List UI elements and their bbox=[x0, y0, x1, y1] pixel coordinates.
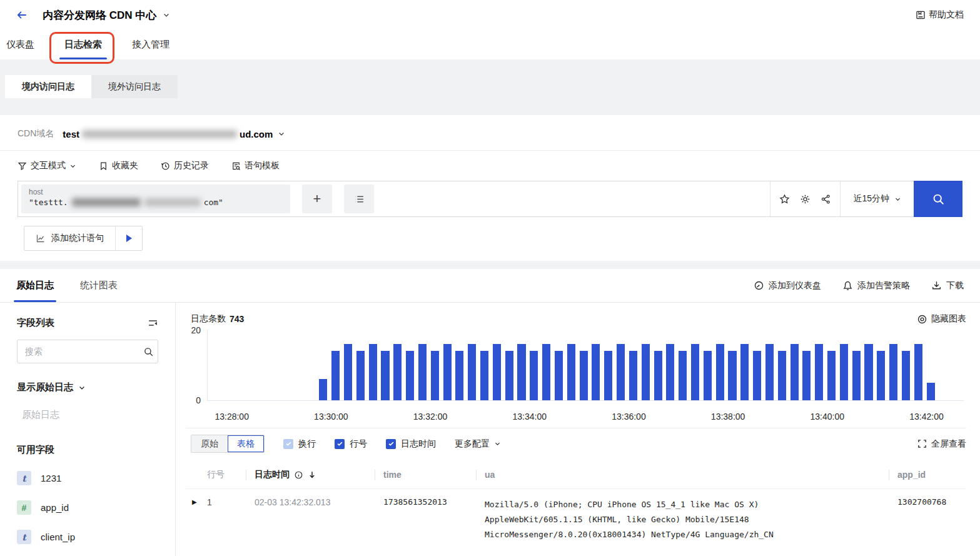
chart-bar bbox=[480, 351, 488, 400]
add-alarm-policy-button[interactable]: 添加告警策略 bbox=[842, 280, 910, 291]
chart-bar bbox=[654, 351, 662, 400]
chart-bar bbox=[666, 344, 674, 400]
field-list-sidebar: 字段列表 显示原始日志 原始日志 bbox=[0, 303, 176, 556]
chart-bar bbox=[864, 344, 872, 400]
info-icon[interactable] bbox=[294, 470, 303, 480]
add-statistics-statement-button[interactable]: 添加统计语句 bbox=[24, 226, 143, 251]
add-condition-button[interactable]: + bbox=[302, 184, 332, 213]
app-header: 内容分发网络 CDN 中心 帮助文档 bbox=[0, 0, 980, 30]
field-list-title: 字段列表 bbox=[17, 317, 54, 329]
cdn-domain-select[interactable]: test ud.com bbox=[63, 129, 285, 139]
wrap-checkbox[interactable] bbox=[283, 439, 293, 449]
tab-raw-logs[interactable]: 原始日志 bbox=[16, 269, 54, 302]
query-condition-chip[interactable]: host "testtt. com" bbox=[21, 184, 290, 213]
funnel-icon bbox=[18, 161, 27, 171]
statement-template-button[interactable]: 语句模板 bbox=[231, 160, 280, 171]
collapse-panel-icon[interactable] bbox=[148, 318, 158, 328]
chart-bar bbox=[431, 351, 439, 400]
chart-bar bbox=[629, 351, 637, 400]
chevron-down-icon[interactable] bbox=[163, 11, 170, 19]
x-tick-label: 13:40:00 bbox=[811, 412, 845, 422]
lineno-checkbox[interactable] bbox=[335, 439, 345, 449]
field-search-box bbox=[17, 340, 158, 363]
chevron-down-icon bbox=[278, 130, 285, 138]
search-icon bbox=[932, 193, 945, 206]
tab-statistics-chart[interactable]: 统计图表 bbox=[80, 269, 118, 302]
history-clock-icon bbox=[161, 161, 170, 171]
time-range-select[interactable]: 近15分钟 bbox=[840, 181, 914, 216]
search-icon[interactable] bbox=[143, 346, 154, 357]
chart-bar bbox=[642, 344, 650, 400]
show-raw-logs-toggle[interactable]: 显示原始日志 bbox=[17, 382, 158, 393]
query-row: host "testtt. com" + bbox=[18, 181, 962, 217]
search-button[interactable] bbox=[914, 181, 962, 217]
interact-mode-button[interactable]: 交互模式 bbox=[18, 160, 76, 171]
chart-bar bbox=[852, 351, 861, 400]
star-icon[interactable] bbox=[779, 194, 790, 205]
field-item-app-id[interactable]: # app_id bbox=[17, 500, 158, 515]
chart-plot[interactable] bbox=[207, 330, 964, 401]
tab-dashboard[interactable]: 仪表盘 bbox=[5, 30, 36, 59]
more-config-button[interactable]: 更多配置 bbox=[455, 438, 501, 450]
field-item-1231[interactable]: t 1231 bbox=[17, 471, 158, 485]
dashboard-gauge-icon bbox=[754, 280, 764, 291]
chart-bar bbox=[393, 344, 402, 400]
chart-bar bbox=[592, 344, 600, 400]
logtime-checkbox-group[interactable]: 日志时间 bbox=[386, 438, 436, 450]
sort-desc-icon[interactable] bbox=[308, 470, 316, 479]
tab-log-search[interactable]: 日志检索 bbox=[63, 30, 103, 59]
play-icon bbox=[126, 235, 132, 242]
gear-icon[interactable] bbox=[800, 194, 811, 205]
chart-bar bbox=[468, 344, 476, 400]
column-header-ua[interactable]: ua bbox=[476, 461, 889, 488]
condition-list-button[interactable] bbox=[344, 184, 374, 213]
raw-log-item[interactable]: 原始日志 bbox=[17, 409, 158, 421]
chart-bar bbox=[914, 344, 922, 400]
cell-app-id: 1302700768 bbox=[889, 497, 966, 507]
run-statement-button[interactable] bbox=[116, 226, 142, 250]
subtab-overseas-logs[interactable]: 境外访问日志 bbox=[91, 75, 178, 98]
cell-ua: Mozilla/5.0 (iPhone; CPU iPhone OS 15_4_… bbox=[476, 497, 889, 542]
column-header-time[interactable]: time bbox=[375, 461, 476, 488]
row-expand-icon[interactable]: ▶ bbox=[192, 498, 197, 505]
view-table-option[interactable]: 表格 bbox=[228, 435, 264, 452]
history-button[interactable]: 历史记录 bbox=[161, 160, 209, 171]
hide-chart-button[interactable]: 隐藏图表 bbox=[917, 313, 966, 325]
add-to-dashboard-button[interactable]: 添加到仪表盘 bbox=[754, 280, 821, 291]
tab-access-management[interactable]: 接入管理 bbox=[131, 30, 171, 59]
redacted-query-segment bbox=[144, 198, 201, 206]
help-doc-icon bbox=[916, 10, 926, 20]
log-table: 行号 日志时间 time ua app_id bbox=[186, 461, 966, 556]
results-card: 原始日志 统计图表 添加到仪表盘 添加告警策略 bbox=[0, 269, 980, 556]
help-doc-link[interactable]: 帮助文档 bbox=[916, 9, 964, 21]
field-item-client-ip[interactable]: t client_ip bbox=[17, 530, 158, 544]
table-row[interactable]: ▶ 1 02-03 13:42:32.013 1738561352013 Moz… bbox=[186, 488, 966, 542]
chart-bar bbox=[802, 351, 811, 400]
chart-bar bbox=[927, 383, 935, 400]
subtab-domestic-logs[interactable]: 境内访问日志 bbox=[5, 75, 91, 98]
active-tab-underline bbox=[14, 300, 56, 302]
column-header-app-id[interactable]: app_id bbox=[889, 461, 966, 488]
query-toolbar: 交互模式 收藏夹 历史记录 语句模板 bbox=[0, 151, 980, 179]
column-header-lineno[interactable]: 行号 bbox=[186, 461, 246, 488]
chevron-down-icon bbox=[894, 196, 901, 203]
download-button[interactable]: 下载 bbox=[931, 280, 964, 291]
back-arrow-icon[interactable] bbox=[16, 9, 28, 21]
fullscreen-button[interactable]: 全屏查看 bbox=[917, 438, 966, 450]
cell-time: 1738561352013 bbox=[375, 497, 476, 507]
view-mode-toggle: 原始 表格 bbox=[191, 435, 265, 453]
chart-bar bbox=[728, 351, 736, 400]
favorites-button[interactable]: 收藏夹 bbox=[99, 160, 138, 171]
chart-bar bbox=[902, 351, 910, 400]
chart-bar bbox=[369, 344, 377, 400]
lineno-checkbox-group[interactable]: 行号 bbox=[335, 438, 367, 450]
chart-bar bbox=[443, 344, 452, 400]
chart-bar bbox=[740, 344, 749, 400]
field-search-input[interactable] bbox=[25, 346, 138, 356]
wrap-checkbox-group[interactable]: 换行 bbox=[283, 438, 316, 450]
logtime-checkbox[interactable] bbox=[386, 439, 396, 449]
view-raw-option[interactable]: 原始 bbox=[191, 435, 228, 452]
share-icon[interactable] bbox=[821, 194, 831, 205]
query-input-area[interactable]: host "testtt. com" + bbox=[18, 181, 770, 216]
column-header-logtime[interactable]: 日志时间 bbox=[246, 461, 375, 488]
